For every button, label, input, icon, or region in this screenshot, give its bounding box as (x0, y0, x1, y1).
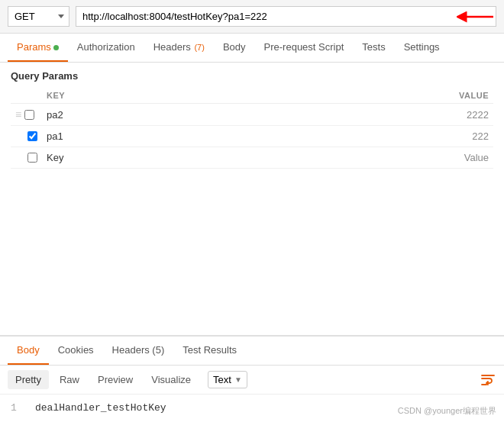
url-input[interactable] (76, 6, 496, 27)
chevron-down-icon: ▼ (234, 375, 242, 384)
wrap-lines-icon[interactable] (480, 372, 496, 388)
params-area: Query Params KEY VALUE ≡ (0, 63, 504, 335)
top-tabs-bar: Params Authorization Headers (7) Body Pr… (0, 34, 504, 63)
row3-checkbox[interactable] (27, 153, 37, 163)
sub-tab-preview[interactable]: Preview (90, 370, 141, 389)
line-number: 1 (11, 402, 26, 414)
arrow-icon (457, 8, 495, 26)
sub-tab-visualize[interactable]: Visualize (144, 370, 199, 389)
row2-check-cell (11, 126, 42, 147)
bottom-tab-cookies[interactable]: Cookies (49, 337, 103, 365)
tab-tests[interactable]: Tests (353, 34, 394, 62)
tab-params[interactable]: Params (8, 34, 68, 62)
row3-check-cell (11, 147, 42, 169)
tab-headers[interactable]: Headers (7) (144, 34, 214, 62)
tab-settings[interactable]: Settings (395, 34, 449, 62)
row1-handle-cell: ≡ (11, 104, 42, 126)
sub-tab-raw[interactable]: Raw (52, 370, 87, 389)
sub-tab-pretty[interactable]: Pretty (8, 370, 49, 389)
table-row: Key Value (11, 147, 493, 169)
row1-key[interactable]: pa2 (42, 104, 229, 126)
method-select[interactable]: GET POST PUT DELETE (8, 6, 69, 27)
url-bar: GET POST PUT DELETE (0, 0, 504, 34)
response-sub-tabs: Pretty Raw Preview Visualize Text ▼ (0, 366, 504, 395)
bottom-tab-test-results[interactable]: Test Results (173, 337, 246, 365)
row2-value[interactable]: 222 (229, 126, 493, 147)
row2-key[interactable]: pa1 (42, 126, 229, 147)
params-dot (53, 45, 59, 50)
code-content: dealHandler_testHotKey (35, 402, 166, 414)
tab-pre-request-script[interactable]: Pre-request Script (255, 34, 354, 62)
query-params-title: Query Params (11, 70, 493, 82)
bottom-tab-body[interactable]: Body (8, 337, 49, 365)
params-table: KEY VALUE ≡ pa2 2222 (11, 88, 493, 169)
table-row: ≡ pa2 2222 (11, 104, 493, 126)
row2-checkbox[interactable] (27, 131, 37, 141)
bottom-tabs-bar: Body Cookies Headers (5) Test Results (0, 337, 504, 366)
row1-drag-handle: ≡ (15, 108, 21, 121)
tab-authorization[interactable]: Authorization (68, 34, 144, 62)
format-label: Text (213, 374, 231, 385)
col-key-header: KEY (42, 88, 229, 104)
format-select[interactable]: Text ▼ (208, 371, 247, 388)
row3-value[interactable]: Value (229, 147, 493, 169)
row1-value[interactable]: 2222 (229, 104, 493, 126)
table-row: pa1 222 (11, 126, 493, 147)
tab-body[interactable]: Body (214, 34, 255, 62)
col-checkbox (11, 88, 42, 104)
query-params-section: Query Params KEY VALUE ≡ (0, 63, 504, 169)
bottom-tab-headers[interactable]: Headers (5) (103, 337, 174, 365)
row1-checkbox[interactable] (24, 110, 34, 120)
watermark: CSDN @younger编程世界 (398, 405, 496, 417)
row3-key[interactable]: Key (42, 147, 229, 169)
main-content: Params Authorization Headers (7) Body Pr… (0, 34, 504, 421)
col-value-header: VALUE (229, 88, 493, 104)
